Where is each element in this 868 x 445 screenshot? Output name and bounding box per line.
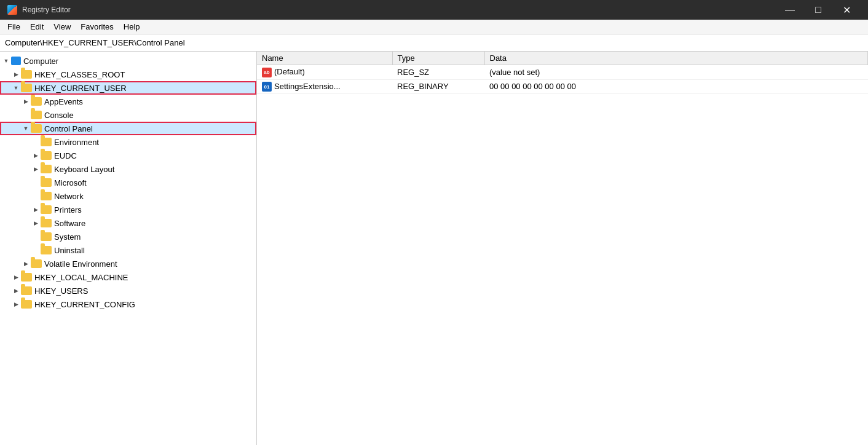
tree-item-system[interactable]: System [0,230,256,243]
tree-item-environment[interactable]: Environment [0,135,256,149]
expand-icon-console [21,110,31,120]
registry-table: Name Type Data ab(Default)REG_SZ(value n… [257,52,868,94]
tree-item-label-eudc: EUDC [54,151,77,160]
folder-icon-eudc [41,151,52,160]
app-icon [7,5,17,15]
menu-item-help[interactable]: Help [119,21,145,33]
expand-icon-computer[interactable]: ▼ [1,56,11,66]
expand-icon-hku[interactable]: ▶ [11,286,21,296]
tree-item-label-volatile: Volatile Environment [44,259,117,269]
titlebar-controls: — □ ✕ [776,0,861,20]
menu-item-edit[interactable]: Edit [25,21,49,33]
tree-item-appevents[interactable]: ▶AppEvents [0,95,256,108]
tree-item-eudc[interactable]: ▶EUDC [0,149,256,162]
tree-item-label-hkcu: HKEY_CURRENT_USER [34,84,127,93]
right-pane: Name Type Data ab(Default)REG_SZ(value n… [257,52,868,445]
folder-icon-printers [41,205,52,214]
tree-item-label-network: Network [54,192,84,201]
folder-icon-network [41,192,52,200]
tree-item-label-hkcr: HKEY_CLASSES_ROOT [34,70,125,79]
tree-item-label-appevents: AppEvents [44,97,83,106]
folder-icon-hkcr [21,70,32,79]
tree-item-uninstall[interactable]: Uninstall [0,243,256,257]
folder-icon-hkcu [21,84,32,92]
tree-item-label-uninstall: Uninstall [54,246,85,255]
tree-item-printers[interactable]: ▶Printers [0,203,256,216]
expand-icon-printers[interactable]: ▶ [31,205,41,215]
tree-item-microsoft[interactable]: Microsoft [0,176,256,189]
folder-icon-controlpanel [31,124,42,133]
cell-type-0: REG_SZ [392,65,484,80]
addressbar: Computer\HKEY_CURRENT_USER\Control Panel [0,34,868,52]
table-row[interactable]: ab(Default)REG_SZ(value not set) [257,65,868,80]
tree-item-hkcu[interactable]: ▼HKEY_CURRENT_USER [0,81,256,95]
folder-icon-console [31,111,42,119]
expand-icon-appevents[interactable]: ▶ [21,96,31,106]
folder-icon-appevents [31,97,42,106]
tree-item-label-software: Software [54,219,85,228]
folder-icon-software [41,219,52,227]
minimize-button[interactable]: — [776,0,804,20]
cell-name-0: ab(Default) [257,65,392,80]
cell-name-value-1: SettingsExtensio... [274,82,341,91]
expand-icon-keyboardlayout[interactable]: ▶ [31,164,41,174]
tree-item-volatile[interactable]: ▶Volatile Environment [0,257,256,270]
maximize-button[interactable]: □ [804,0,832,20]
tree-item-console[interactable]: Console [0,108,256,122]
folder-icon-hkcc [21,300,32,309]
cell-type-1: REG_BINARY [392,79,484,94]
table-row[interactable]: 01SettingsExtensio...REG_BINARY00 00 00 … [257,79,868,94]
folder-icon-microsoft [41,178,52,187]
tree-item-label-hklm: HKEY_LOCAL_MACHINE [34,273,128,282]
menu-item-file[interactable]: File [2,21,25,33]
titlebar-left: Registry Editor [7,5,71,15]
expand-icon-hklm[interactable]: ▶ [11,272,21,282]
tree-item-label-microsoft: Microsoft [54,178,87,187]
reg-sz-icon: ab [262,68,272,77]
tree-item-label-printers: Printers [54,205,82,215]
expand-icon-uninstall [31,245,41,255]
tree-item-computer[interactable]: ▼Computer [0,54,256,68]
cell-name-value-0: (Default) [274,67,305,76]
expand-icon-eudc[interactable]: ▶ [31,151,41,160]
tree-item-hkcr[interactable]: ▶HKEY_CLASSES_ROOT [0,68,256,81]
tree-item-hklm[interactable]: ▶HKEY_LOCAL_MACHINE [0,270,256,284]
tree-item-software[interactable]: ▶Software [0,216,256,230]
expand-icon-hkcc[interactable]: ▶ [11,299,21,309]
tree-item-hku[interactable]: ▶HKEY_USERS [0,284,256,297]
expand-icon-system [31,232,41,242]
titlebar-title: Registry Editor [22,6,71,14]
expand-icon-hkcr[interactable]: ▶ [11,69,21,79]
col-header-name[interactable]: Name [257,52,392,65]
menu-item-favorites[interactable]: Favorites [76,21,118,33]
expand-icon-volatile[interactable]: ▶ [21,259,31,269]
address-path: Computer\HKEY_CURRENT_USER\Control Panel [5,38,185,47]
tree-item-network[interactable]: Network [0,189,256,203]
menubar: FileEditViewFavoritesHelp [0,20,868,34]
expand-icon-software[interactable]: ▶ [31,218,41,228]
tree-item-label-hku: HKEY_USERS [34,286,88,296]
tree-item-label-hkcc: HKEY_CURRENT_CONFIG [34,300,135,309]
expand-icon-hkcu[interactable]: ▼ [11,83,21,93]
expand-icon-network [31,191,41,201]
folder-icon-uninstall [41,246,52,254]
col-header-type[interactable]: Type [392,52,484,65]
tree-item-label-console: Console [44,111,74,120]
cell-name-1: 01SettingsExtensio... [257,79,392,94]
menu-item-view[interactable]: View [49,21,76,33]
col-header-data[interactable]: Data [484,52,868,65]
folder-icon-keyboardlayout [41,165,52,173]
computer-icon [11,57,21,65]
tree-item-controlpanel[interactable]: ▼Control Panel [0,122,256,135]
expand-icon-environment [31,137,41,147]
tree-item-keyboardlayout[interactable]: ▶Keyboard Layout [0,162,256,176]
folder-icon-hku [21,286,32,295]
reg-bin-icon: 01 [262,82,272,92]
close-button[interactable]: ✕ [832,0,861,20]
cell-data-1: 00 00 00 00 00 00 00 00 [484,79,868,94]
tree-item-label-keyboardlayout: Keyboard Layout [54,165,114,174]
folder-icon-volatile [31,259,42,268]
tree-item-hkcc[interactable]: ▶HKEY_CURRENT_CONFIG [0,297,256,311]
expand-icon-controlpanel[interactable]: ▼ [21,124,31,133]
tree-pane[interactable]: ▼Computer▶HKEY_CLASSES_ROOT▼HKEY_CURRENT… [0,52,257,445]
